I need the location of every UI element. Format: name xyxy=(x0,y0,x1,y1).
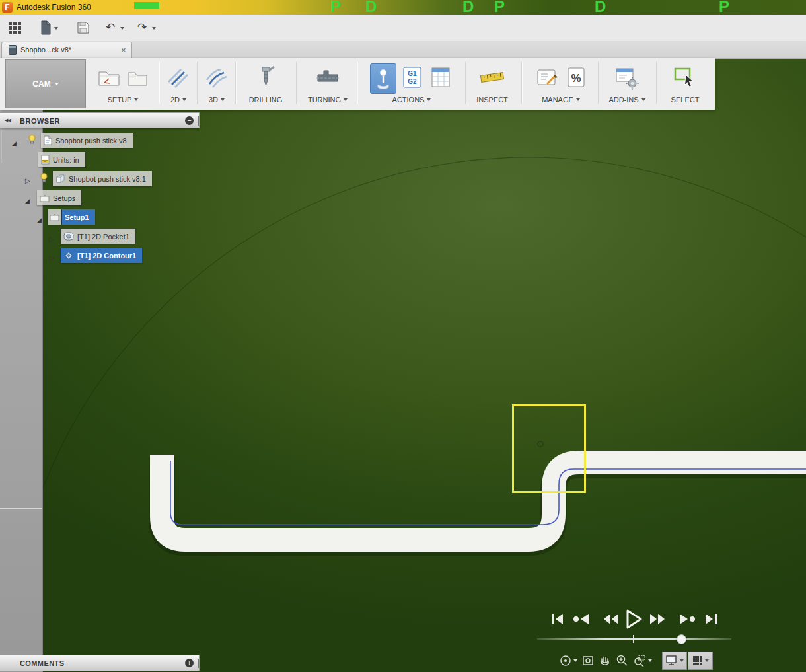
post-process-icon[interactable]: G1 G2 xyxy=(400,63,425,94)
divider xyxy=(197,62,198,104)
3d-menu[interactable]: 3D xyxy=(209,96,225,104)
expand-toggle[interactable]: ◢ xyxy=(37,213,42,225)
toolpath-graphics xyxy=(0,58,806,672)
inspect-button[interactable]: INSPECT xyxy=(476,96,508,104)
pan-button[interactable] xyxy=(599,654,612,670)
workspace-switcher[interactable]: CAM xyxy=(5,59,86,108)
redo-history-caret[interactable] xyxy=(152,27,156,30)
app-launcher-icon[interactable] xyxy=(8,21,21,37)
browser-item-setup1-selected[interactable]: Setup1 xyxy=(62,209,95,225)
setup-folder-iconbox[interactable] xyxy=(48,209,61,225)
item-label: [T1] 2D Contour1 xyxy=(77,252,136,260)
panel-resize-handle[interactable] xyxy=(196,659,199,668)
undo-history-caret[interactable] xyxy=(120,27,124,30)
document-icon xyxy=(9,45,17,57)
grid-and-layout-button[interactable] xyxy=(688,652,713,670)
browser-panel-title: BROWSER xyxy=(20,117,60,125)
drilling-button[interactable]: DRILLING xyxy=(249,96,283,104)
undo-button[interactable]: ↶ xyxy=(106,21,115,34)
select-button[interactable]: SELECT xyxy=(671,96,700,104)
display-settings-button[interactable] xyxy=(662,652,687,670)
simulate-button-active[interactable] xyxy=(370,63,396,94)
3d-milling-icon[interactable] xyxy=(204,64,229,93)
background-artifact: P xyxy=(719,0,729,15)
ribbon-group-setup: SETUP xyxy=(89,59,157,108)
drilling-icon[interactable] xyxy=(253,64,278,93)
divider xyxy=(598,62,599,104)
file-menu-icon[interactable] xyxy=(40,20,52,38)
setup-sheet-icon[interactable] xyxy=(428,63,453,94)
play-button[interactable] xyxy=(625,609,643,630)
browser-item-contour-operation-selected[interactable]: [T1] 2D Contour1 xyxy=(61,248,142,263)
turning-icon[interactable] xyxy=(314,64,341,93)
actions-menu[interactable]: ACTIONS xyxy=(392,96,431,104)
app-title: Autodesk Fusion 360 xyxy=(17,3,91,12)
2d-menu[interactable]: 2D xyxy=(170,96,186,104)
expand-badge-icon[interactable]: + xyxy=(185,659,194,667)
expand-toggle[interactable]: ▷ xyxy=(49,251,54,263)
expand-toggle[interactable]: ◢ xyxy=(12,136,17,148)
viewport-canvas[interactable] xyxy=(0,58,806,672)
grid-and-layout-caret xyxy=(705,659,709,662)
fusion-logo-icon: F xyxy=(2,2,13,13)
background-artifact: D xyxy=(462,0,474,15)
expand-toggle[interactable]: ▷ xyxy=(25,174,30,186)
setup-menu[interactable]: SETUP xyxy=(108,96,139,104)
collapse-panel-icon[interactable]: ◀◀ xyxy=(5,118,11,123)
visibility-bulb-icon[interactable] xyxy=(40,172,48,186)
simulation-slider-track[interactable] xyxy=(537,638,731,640)
manage-menu[interactable]: MANAGE xyxy=(542,96,580,104)
expand-toggle[interactable]: ▷ xyxy=(49,232,54,244)
fast-forward-button[interactable] xyxy=(649,613,666,626)
redo-button[interactable]: ↷ xyxy=(137,21,147,34)
browser-item-setups-folder[interactable]: Setups xyxy=(37,190,81,205)
document-tab-title: Shopbo...ck v8* xyxy=(20,46,71,54)
go-to-end-button[interactable] xyxy=(704,613,717,626)
file-menu-caret[interactable] xyxy=(54,27,58,30)
zoom-window-button[interactable] xyxy=(633,654,646,670)
new-folder-icon[interactable] xyxy=(126,64,151,93)
visibility-bulb-icon[interactable] xyxy=(28,134,36,148)
stock-band[interactable] xyxy=(162,455,806,540)
previous-operation-button[interactable] xyxy=(572,613,591,626)
browser-item-component[interactable]: Shopbot push stick v8:1 xyxy=(53,171,152,186)
browser-panel-header[interactable]: ◀◀ BROWSER − xyxy=(0,112,200,128)
tab-close-icon[interactable]: × xyxy=(121,45,126,55)
display-settings-caret xyxy=(680,659,684,662)
zoom-button[interactable] xyxy=(616,654,629,670)
scripts-addins-icon[interactable] xyxy=(614,64,640,93)
addins-menu[interactable]: ADD-INS xyxy=(608,96,645,104)
turning-menu[interactable]: TURNING xyxy=(308,96,348,104)
browser-item-pocket-operation[interactable]: [T1] 2D Pocket1 xyxy=(61,229,135,244)
simulation-slider-knob[interactable] xyxy=(677,634,686,644)
next-operation-button[interactable] xyxy=(678,613,696,626)
browser-item-units[interactable]: Units: in xyxy=(38,152,85,167)
ribbon-group-select: SELECT xyxy=(657,59,714,108)
item-label: Shopbot push stick v8:1 xyxy=(69,175,146,183)
expand-toggle[interactable]: ◢ xyxy=(25,194,30,205)
play-backward-button[interactable] xyxy=(603,613,620,626)
2d-milling-icon[interactable] xyxy=(166,64,191,93)
document-tab[interactable]: Shopbo...ck v8* × xyxy=(1,42,132,58)
save-button[interactable] xyxy=(77,21,90,37)
panel-resize-handle[interactable] xyxy=(196,116,199,126)
orbit-dropdown-caret[interactable] xyxy=(573,659,577,662)
go-to-start-button[interactable] xyxy=(551,613,564,626)
ribbon-group-2d: 2D xyxy=(161,59,196,108)
zoom-window-dropdown-caret[interactable] xyxy=(648,659,652,662)
browser-item-document[interactable]: Shopbot push stick v8 xyxy=(41,133,133,148)
collapse-badge-icon[interactable]: − xyxy=(185,116,194,125)
item-label: Units: in xyxy=(53,156,79,164)
comments-panel-bar[interactable]: COMMENTS + xyxy=(0,655,200,671)
orbit-button[interactable] xyxy=(559,654,572,670)
tool-library-icon[interactable] xyxy=(534,64,560,93)
new-setup-icon[interactable] xyxy=(96,64,122,93)
svg-text:%: % xyxy=(571,72,581,85)
feed-speed-icon[interactable]: % xyxy=(564,64,589,93)
look-at-button[interactable] xyxy=(581,654,595,670)
svg-text:G1: G1 xyxy=(408,70,417,77)
ribbon-group-actions: G1 G2 ACTIONS xyxy=(359,59,464,108)
select-cursor-icon[interactable] xyxy=(672,64,698,93)
measure-ruler-icon[interactable] xyxy=(479,64,505,93)
divider xyxy=(0,509,42,509)
